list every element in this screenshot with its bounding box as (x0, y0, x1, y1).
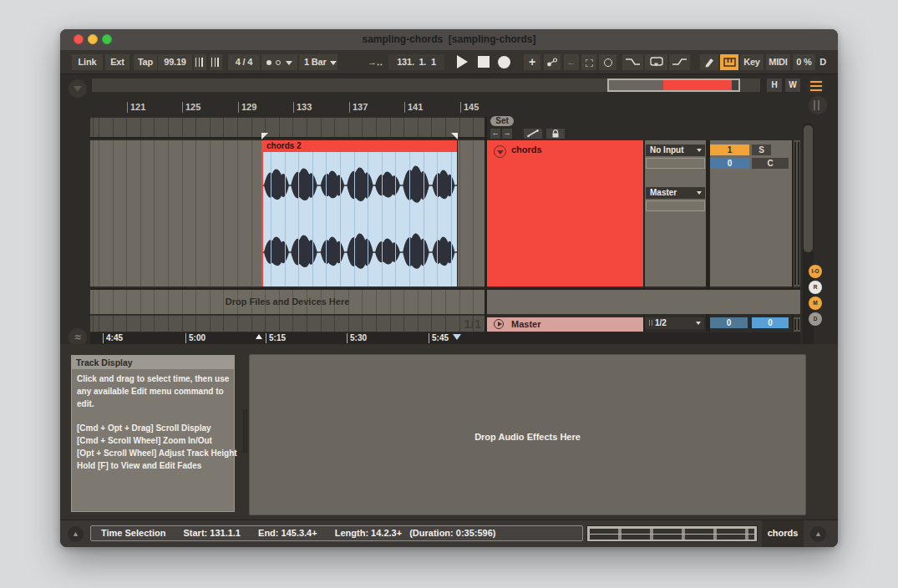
link-button[interactable]: Link (72, 54, 103, 70)
drop-zone-right[interactable] (487, 288, 800, 314)
arm-track-button[interactable]: 1 (710, 144, 749, 155)
crossfade-assign-button[interactable]: C (752, 158, 789, 169)
show-io-button[interactable]: I-O (809, 265, 822, 278)
drop-files-zone[interactable]: Drop Files and Devices Here (90, 288, 485, 314)
clip-overview-minimap[interactable] (586, 525, 758, 542)
selection-start-marker[interactable] (261, 133, 268, 139)
metronome-hollow-dot-icon (276, 60, 281, 65)
loop-brace-row[interactable]: 1/1 (90, 315, 485, 332)
prev-locator-button[interactable]: ← (490, 129, 500, 139)
key-map-button[interactable]: Key (740, 54, 764, 70)
metronome-filled-dot-icon (266, 60, 271, 65)
input-channel-box[interactable] (646, 158, 705, 169)
show-delays-button[interactable]: D (809, 312, 822, 326)
punch-in-button[interactable] (622, 54, 643, 70)
back-to-arrangement-rail-button[interactable] (68, 79, 87, 98)
metronome-button[interactable] (261, 54, 297, 70)
arrangement-record-button[interactable] (498, 56, 510, 68)
set-locator-button[interactable]: Set (490, 116, 514, 126)
draw-mode-button[interactable] (700, 54, 718, 70)
vertical-scrollbar[interactable] (803, 123, 814, 368)
selection-end-marker[interactable] (451, 133, 458, 139)
clip-view-tab[interactable]: chords (762, 520, 804, 547)
lower-section: Track Display Click and drag to select t… (60, 344, 838, 520)
loop-button[interactable] (645, 54, 667, 70)
nudge-down-button[interactable] (194, 54, 206, 70)
play-button[interactable] (457, 55, 468, 68)
track-name[interactable]: chords (511, 144, 542, 155)
punch-out-button[interactable] (669, 54, 690, 70)
back-to-arrangement-button[interactable]: ← (564, 54, 579, 70)
solo-button[interactable]: S (752, 144, 771, 155)
scrollbar-thumb[interactable] (804, 125, 813, 252)
disk-overload-indicator[interactable]: D (817, 54, 829, 70)
master-track-name[interactable]: Master (511, 319, 540, 329)
master-output-chooser[interactable]: 1/2 (645, 317, 704, 329)
clip-waveform-area[interactable] (263, 152, 457, 286)
selection-end-flag-icon[interactable] (453, 334, 461, 340)
bar-ruler-label: 133 (293, 102, 312, 113)
overview-viewport[interactable] (607, 79, 740, 92)
stop-button[interactable] (478, 56, 490, 68)
computer-midi-keyboard-button[interactable] (720, 54, 738, 70)
input-routing-chooser[interactable]: No Input (646, 144, 705, 156)
meter-bar (794, 142, 796, 285)
arrangement-position-display[interactable]: 131. 1. 1 (388, 54, 444, 70)
session-view-toggle[interactable] (807, 77, 825, 95)
fold-track-button[interactable] (494, 145, 506, 158)
quantization-menu[interactable]: 1 Bar (299, 54, 337, 70)
nudge-bars-icon (195, 58, 205, 67)
show-mixer-button[interactable]: M (809, 297, 822, 310)
time-signature-field[interactable]: 4 / 4 (228, 54, 260, 70)
audio-clip[interactable]: chords 2 (261, 140, 458, 286)
device-view[interactable]: Drop Audio Effects Here (249, 354, 806, 515)
next-locator-button[interactable]: → (502, 129, 512, 139)
master-track-header[interactable]: Master (487, 317, 643, 332)
draw-automation-button[interactable] (524, 129, 542, 139)
clip-title-bar[interactable]: chords 2 (263, 140, 457, 152)
follow-button[interactable]: →‥ (364, 54, 386, 70)
capture-midi-button[interactable] (544, 54, 561, 70)
info-line: Click and drag to select time, then use (72, 373, 234, 385)
triangle-down-icon (497, 150, 504, 155)
optimize-height-button[interactable]: H (767, 79, 782, 92)
ext-button[interactable]: Ext (105, 54, 129, 70)
meter-bar (798, 142, 799, 285)
output-routing-chooser[interactable]: Master (646, 187, 705, 199)
device-view-scroll-grip[interactable] (243, 409, 247, 453)
output-channel-box[interactable] (646, 200, 705, 211)
punch-out-icon (671, 56, 688, 68)
insert-marker-icon[interactable] (256, 334, 262, 339)
show-returns-button[interactable]: R (809, 281, 822, 294)
chevron-down-icon (286, 61, 292, 65)
nudge-up-button[interactable] (210, 54, 222, 70)
master-pan-control[interactable]: 0 (710, 317, 748, 328)
time-label: 5:00 (185, 333, 205, 343)
lock-envelopes-button[interactable] (546, 129, 565, 139)
dashed-box-icon (586, 59, 593, 67)
show-info-view-button[interactable]: ▲ (68, 526, 84, 542)
midi-map-button[interactable]: MIDI (766, 54, 790, 70)
overview-dark-region (732, 80, 738, 90)
re-enable-automation-button[interactable] (581, 54, 596, 70)
chevron-down-icon (330, 61, 337, 65)
scrub-area[interactable] (90, 117, 485, 139)
mixer-view-toggle[interactable] (809, 96, 827, 114)
bar-ruler-label: 137 (349, 102, 368, 113)
time-ruler[interactable]: 4:45 5:00 5:15 5:30 5:45 (90, 332, 800, 344)
overdub-button[interactable]: + (524, 54, 540, 70)
master-volume-control[interactable]: 0 (752, 317, 789, 328)
device-drop-hint: Drop Audio Effects Here (250, 432, 805, 442)
pan-control[interactable]: 0 (710, 158, 749, 169)
cpu-meter[interactable]: 0 % (793, 54, 815, 70)
show-detail-view-button[interactable]: ▲ (810, 526, 826, 542)
ableton-window: sampling-chords [sampling-chords] Link E… (60, 29, 838, 547)
bar-ruler-label: 141 (404, 102, 423, 113)
arrangement-overview[interactable] (92, 79, 760, 92)
optimize-width-button[interactable]: W (785, 79, 800, 92)
session-record-button[interactable] (599, 54, 616, 70)
tempo-field[interactable]: 99.19 (158, 54, 192, 70)
tap-tempo-button[interactable]: Tap (134, 54, 157, 70)
time-label: 5:45 (429, 333, 449, 343)
track-header-chords[interactable]: chords (487, 140, 643, 286)
